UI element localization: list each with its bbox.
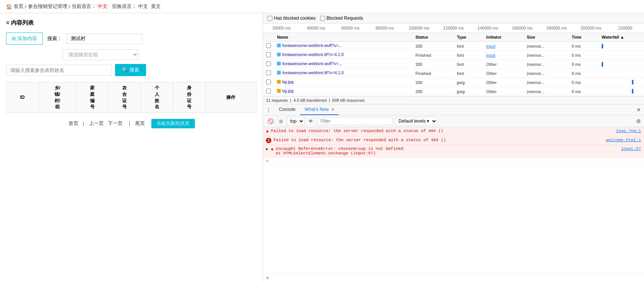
resource-time: 0 ms	[569, 87, 599, 96]
resource-initiator: Other	[483, 69, 524, 78]
resource-status: 200	[412, 60, 454, 69]
data-table: ID 乡/镇/村/组 家庭编号 农合证号 个人姓名 身份证号 操作	[6, 82, 257, 113]
context-selector[interactable]: top	[287, 117, 305, 125]
blocked-cookies-checkbox[interactable]: Has blocked cookies	[268, 16, 316, 21]
resource-type-icon	[277, 53, 281, 56]
resource-type: font	[454, 69, 483, 78]
console-message-text: Uncaught ReferenceError: chooseGroup is …	[276, 146, 619, 156]
resource-type-icon	[277, 80, 281, 84]
lang-switch-label: 切换语言：	[112, 3, 137, 10]
console-message-link[interactable]: input:57	[621, 146, 641, 151]
resource-size: (memor...	[524, 69, 569, 78]
resource-type: font	[454, 51, 483, 60]
tab-whats-new[interactable]: What's New ✕	[300, 104, 339, 115]
network-status-bar: 11 requests | 4.0 kB transferred | 609 k…	[263, 96, 644, 104]
network-table-row: bg.jpg200jpegOther(memor...0 ms	[263, 78, 644, 87]
console-message-text: Failed to load resource: the server resp…	[271, 129, 614, 133]
resource-type: font	[454, 42, 483, 51]
console-message: ▶●Uncaught ReferenceError: chooseGroup i…	[263, 145, 644, 157]
resource-name[interactable]: fontawesome-webfont.ttf?v=4.1.0	[282, 52, 344, 57]
timeline-tick: 120000 ms	[436, 26, 471, 30]
filter-input[interactable]	[317, 117, 393, 125]
resource-type-icon	[277, 89, 281, 93]
resource-initiator-link[interactable]: input	[486, 53, 495, 58]
network-table-row: fontawesome-webfont.woff?v=...200fontOth…	[263, 60, 644, 69]
resource-waterfall	[599, 87, 644, 96]
breadcrumb-home[interactable]: 首页	[14, 3, 23, 10]
lang-zh-link[interactable]: 中文	[138, 3, 148, 10]
page-info-badge: 当前为第页|共页	[151, 119, 195, 128]
expand-arrow[interactable]: ▶	[266, 146, 269, 151]
resource-name[interactable]: fontawesome-webfont.ttf?v=4.1.0	[282, 70, 344, 75]
network-row-checkbox[interactable]	[266, 79, 271, 84]
console-settings-btn[interactable]: ⚙	[636, 118, 641, 124]
tab-whats-new-close[interactable]: ✕	[331, 107, 334, 112]
page-links: 首页 ｜ 上一页 下一页 ｜ 尾页	[68, 120, 147, 126]
name-search-input[interactable]	[6, 65, 112, 76]
left-panel: ≡ 内容列表 ⊞ 添加内容 搜索： 请选择所在组 🔍 搜索 ID 乡/镇/村/组	[0, 13, 263, 282]
search-button[interactable]: 🔍 搜索	[115, 64, 146, 76]
network-row-checkbox[interactable]	[266, 52, 271, 57]
devtools-close-btn[interactable]: ✕	[633, 104, 644, 115]
network-row-checkbox[interactable]	[266, 43, 271, 48]
resource-initiator: Other	[483, 60, 524, 69]
console-clear-btn[interactable]: 🚫	[266, 118, 275, 125]
console-message-link[interactable]: logo.jpg:1	[616, 129, 641, 133]
resource-waterfall	[599, 69, 644, 78]
page-next[interactable]: 下一页	[108, 120, 123, 126]
net-col-initiator: Initiator	[483, 33, 524, 42]
resource-name[interactable]: bg.jpg	[282, 89, 294, 93]
toolbar-row: ⊞ 添加内容 搜索：	[6, 33, 257, 45]
col-id: ID	[6, 83, 39, 113]
page-prev[interactable]: 上一页	[89, 120, 104, 126]
levels-selector[interactable]: Default levels ▾	[395, 117, 437, 125]
error-icon: ●	[271, 147, 274, 152]
resource-status: 200	[412, 42, 454, 51]
console-filter-toggle[interactable]: ⊘	[277, 118, 285, 125]
net-col-checkbox	[263, 33, 274, 42]
breadcrumb-sep1: /	[25, 4, 26, 9]
add-content-button[interactable]: ⊞ 添加内容	[6, 33, 43, 45]
timeline-bar: 20000 ms40000 ms60000 ms80000 ms100000 m…	[263, 23, 644, 33]
network-table-row: fontawesome-webfont.ttf?v=4.1.0Finishedf…	[263, 51, 644, 60]
eye-btn[interactable]: 👁	[307, 118, 315, 125]
search-row: 🔍 搜索	[6, 64, 257, 76]
resource-name[interactable]: fontawesome-webfont.woff?v=...	[282, 61, 342, 66]
timeline-tick: 200000 ms	[574, 26, 608, 30]
resource-initiator-link[interactable]: input	[486, 44, 495, 48]
page-home[interactable]: 首页	[68, 120, 78, 126]
network-row-checkbox[interactable]	[266, 70, 271, 75]
breadcrumb-section[interactable]: 参合报销登记管理	[28, 3, 67, 10]
blocked-requests-checkbox[interactable]: Blocked Requests	[320, 16, 363, 21]
resource-type: jpeg	[454, 78, 483, 87]
waterfall-tick	[632, 80, 633, 84]
network-row-checkbox[interactable]	[266, 89, 271, 93]
resource-initiator: Other	[483, 78, 524, 87]
resource-name[interactable]: fontawesome-webfont.woff?v=...	[282, 43, 342, 48]
devtools-menu-btn[interactable]: ⋮	[263, 104, 274, 115]
search-label: 搜索：	[47, 35, 62, 42]
net-col-time: Time	[569, 33, 599, 42]
col-agri: 农合证号	[109, 83, 141, 113]
console-input[interactable]	[271, 275, 641, 280]
resource-waterfall	[599, 60, 644, 69]
error-badge: 2	[266, 138, 271, 143]
waterfall-tick	[632, 89, 633, 93]
console-message-link[interactable]: welcome.html:1	[606, 138, 641, 142]
net-col-name: Name	[274, 33, 412, 42]
search-input[interactable]	[67, 34, 142, 44]
net-col-type: Type	[454, 33, 483, 42]
group-select[interactable]: 请选择所在组	[63, 49, 138, 60]
breadcrumb-sep2: /	[69, 4, 70, 9]
resource-size: (memor...	[524, 42, 569, 51]
network-table-row: bg.jpg200jpegOther(memor...0 ms	[263, 87, 644, 96]
console-input-row: >	[263, 273, 644, 282]
tab-console[interactable]: Console	[274, 104, 300, 115]
page-last[interactable]: 尾页	[135, 120, 145, 126]
devtools-panel: Has blocked cookies Blocked Requests 200…	[263, 13, 644, 282]
network-table: Name Status Type Initiator Size Time Wat…	[263, 33, 644, 96]
lang-en-link[interactable]: 英文	[151, 3, 161, 10]
network-row-checkbox[interactable]	[266, 61, 271, 66]
resource-name[interactable]: bg.jpg	[282, 79, 294, 84]
resource-size: (memor...	[524, 60, 569, 69]
